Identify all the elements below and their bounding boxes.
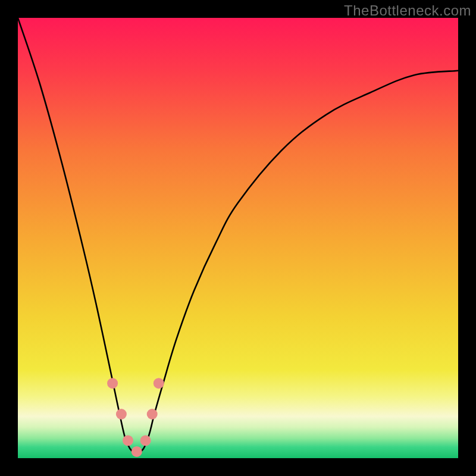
plot-area — [18, 18, 458, 458]
highlight-dot — [123, 435, 133, 446]
highlight-dot — [116, 409, 127, 419]
watermark-text: TheBottleneck.com — [344, 2, 471, 19]
chart-frame: TheBottleneck.com — [0, 0, 476, 476]
near-optimum-dots — [107, 378, 164, 457]
highlight-dot — [107, 378, 118, 389]
bottleneck-curve — [18, 18, 458, 454]
highlight-dot — [131, 446, 142, 457]
highlight-dot — [140, 435, 151, 446]
curve-layer — [18, 18, 458, 458]
highlight-dot — [154, 378, 164, 389]
highlight-dot — [147, 409, 158, 419]
